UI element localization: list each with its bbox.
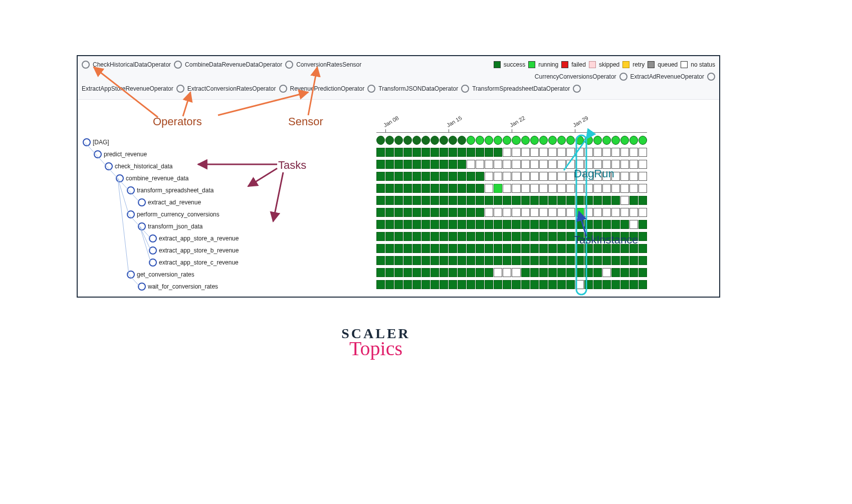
task-instance-cell[interactable] [485,220,493,229]
task-instance-cell[interactable] [494,208,502,217]
task-instance-cell[interactable] [467,280,475,289]
task-instance-cell[interactable] [421,268,430,277]
task-instance-cell[interactable] [584,268,593,277]
task-instance-cell[interactable] [638,280,647,289]
task-instance-cell[interactable] [503,232,511,241]
dagrun-cell[interactable] [385,136,394,145]
task-instance-cell[interactable] [458,196,466,205]
task-instance-cell[interactable] [557,232,566,241]
task-instance-cell[interactable] [512,208,520,217]
task-instance-cell[interactable] [530,244,539,253]
task-instance-cell[interactable] [376,256,385,265]
task-instance-cell[interactable] [629,220,638,229]
dagrun-cell[interactable] [620,136,629,145]
task-instance-cell[interactable] [476,232,484,241]
task-instance-cell[interactable] [403,232,412,241]
task-instance-cell[interactable] [584,148,593,157]
dagrun-cell[interactable] [602,136,611,145]
task-instance-cell[interactable] [548,256,557,265]
operator-ring-icon[interactable] [285,61,293,69]
task-instance-cell[interactable] [440,196,448,205]
task-instance-cell[interactable] [494,160,502,169]
task-instance-cell[interactable] [584,196,593,205]
dagrun-cell[interactable] [449,136,457,145]
operator-ring-icon[interactable] [707,73,715,81]
task-instance-cell[interactable] [431,172,439,181]
task-instance-cell[interactable] [376,280,385,289]
task-instance-cell[interactable] [467,148,475,157]
dagrun-cell[interactable] [584,136,593,145]
task-instance-cell[interactable] [548,172,557,181]
task-instance-cell[interactable] [512,160,520,169]
task-instance-cell[interactable] [485,280,493,289]
dagrun-cell[interactable] [566,136,575,145]
task-instance-cell[interactable] [512,148,520,157]
task-instance-cell[interactable] [575,220,584,229]
task-instance-cell[interactable] [503,208,511,217]
task-instance-cell[interactable] [503,268,511,277]
task-instance-cell[interactable] [476,148,484,157]
task-instance-cell[interactable] [476,268,484,277]
task-instance-cell[interactable] [376,220,385,229]
task-instance-cell[interactable] [557,244,566,253]
dagrun-cell[interactable] [421,136,430,145]
task-instance-cell[interactable] [566,184,575,193]
dagrun-cell[interactable] [530,136,539,145]
task-instance-cell[interactable] [593,268,602,277]
task-instance-cell[interactable] [557,160,566,169]
task-instance-cell[interactable] [403,148,412,157]
task-instance-cell[interactable] [629,148,638,157]
task-instance-cell[interactable] [431,268,439,277]
task-instance-cell[interactable] [530,172,539,181]
task-instance-cell[interactable] [476,172,484,181]
task-instance-cell[interactable] [476,184,484,193]
task-instance-cell[interactable] [530,184,539,193]
task-instance-cell[interactable] [467,220,475,229]
task-instance-cell[interactable] [629,280,638,289]
task-instance-cell[interactable] [611,208,620,217]
tree-node[interactable]: predict_revenue [81,148,376,160]
task-instance-cell[interactable] [521,208,530,217]
operator-ring-icon[interactable] [176,85,184,93]
task-instance-cell[interactable] [494,172,502,181]
task-instance-cell[interactable] [467,244,475,253]
task-instance-cell[interactable] [458,268,466,277]
task-instance-cell[interactable] [394,184,403,193]
task-instance-cell[interactable] [620,184,629,193]
dagrun-cell[interactable] [458,136,466,145]
task-instance-cell[interactable] [593,220,602,229]
task-instance-cell[interactable] [548,220,557,229]
dagrun-cell[interactable] [539,136,548,145]
task-instance-cell[interactable] [521,160,530,169]
task-instance-cell[interactable] [557,256,566,265]
task-instance-cell[interactable] [521,220,530,229]
task-instance-cell[interactable] [575,184,584,193]
task-instance-cell[interactable] [449,256,457,265]
task-instance-cell[interactable] [394,172,403,181]
dagrun-cell[interactable] [611,136,620,145]
task-instance-cell[interactable] [458,220,466,229]
task-instance-cell[interactable] [638,196,647,205]
task-instance-cell[interactable] [557,280,566,289]
task-instance-cell[interactable] [403,172,412,181]
task-instance-cell[interactable] [494,232,502,241]
task-instance-cell[interactable] [539,244,548,253]
dagrun-cell[interactable] [431,136,439,145]
task-instance-cell[interactable] [575,256,584,265]
task-instance-cell[interactable] [548,184,557,193]
task-instance-cell[interactable] [412,256,421,265]
task-instance-cell[interactable] [385,220,394,229]
task-instance-cell[interactable] [638,256,647,265]
task-instance-cell[interactable] [385,196,394,205]
task-instance-cell[interactable] [485,268,493,277]
task-instance-cell[interactable] [530,280,539,289]
task-instance-cell[interactable] [548,208,557,217]
task-instance-cell[interactable] [467,208,475,217]
task-instance-cell[interactable] [521,172,530,181]
task-instance-cell[interactable] [485,196,493,205]
task-instance-cell[interactable] [421,220,430,229]
tree-node[interactable]: transform_json_data [81,220,376,232]
task-instance-cell[interactable] [458,280,466,289]
task-instance-cell[interactable] [376,244,385,253]
task-instance-cell[interactable] [503,148,511,157]
